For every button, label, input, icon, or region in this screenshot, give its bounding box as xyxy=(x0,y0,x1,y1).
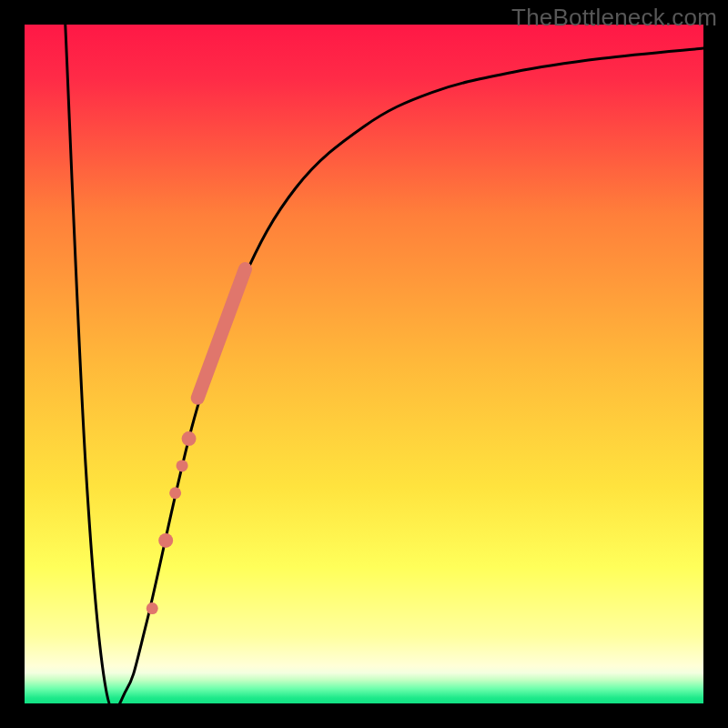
marker-dot xyxy=(147,602,158,614)
watermark-text: TheBottleneck.com xyxy=(511,4,717,32)
marker-dot xyxy=(182,431,197,446)
marker-dot xyxy=(177,460,188,471)
marker-dot xyxy=(158,533,173,548)
plot-area xyxy=(25,25,703,703)
chart-frame: TheBottleneck.com xyxy=(0,0,728,728)
marker-dot xyxy=(169,487,181,499)
plot-svg xyxy=(25,25,703,703)
